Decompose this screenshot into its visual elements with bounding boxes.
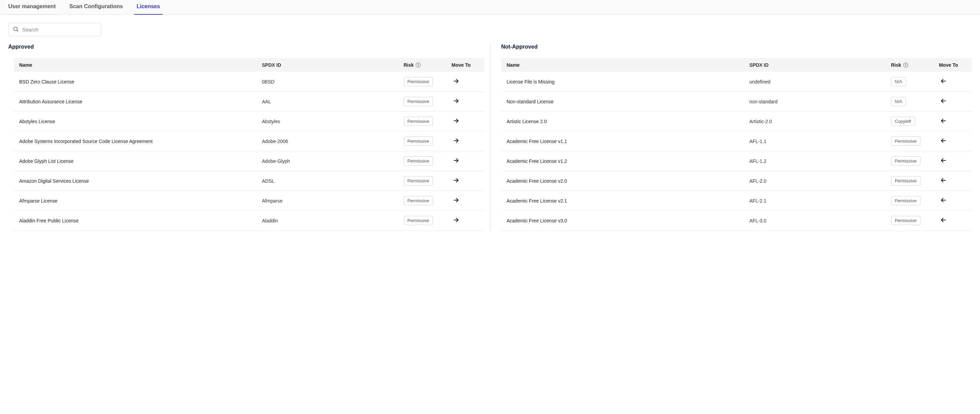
license-name: Adobe Systems Incorporated Source Code L… [19, 139, 262, 144]
license-spdx: undefined [749, 79, 891, 84]
move-to-not-approved-button[interactable] [452, 215, 461, 226]
approved-table: Name SPDX ID Risk i Move To BSD Zero Cla… [14, 58, 485, 231]
risk-badge: N/A [891, 97, 906, 106]
risk-badge: Permissive [404, 117, 433, 126]
table-row: Abstyles LicenseAbstylesPermissive [14, 111, 485, 131]
arrow-left-icon [940, 177, 947, 185]
tab-licenses[interactable]: Licenses [137, 0, 160, 14]
risk-badge: Permissive [404, 176, 433, 185]
col-header-name: Name [19, 62, 262, 68]
table-row: Amazon Digital Services LicenseADSLPermi… [14, 171, 485, 191]
move-cell [452, 136, 479, 146]
license-risk: Permissive [891, 156, 939, 166]
col-header-name: Name [507, 62, 750, 68]
move-cell [452, 215, 479, 226]
move-to-not-approved-button[interactable] [452, 176, 461, 186]
move-cell [939, 196, 966, 205]
risk-badge: Permissive [404, 216, 433, 225]
table-row: Non-standard Licensenon-standardN/A [501, 92, 972, 111]
move-to-approved-button[interactable] [939, 196, 948, 205]
license-name: Non-standard License [507, 99, 750, 104]
arrow-left-icon [940, 78, 947, 85]
table-row: Aladdin Free Public LicenseAladdinPermis… [14, 211, 485, 231]
col-header-risk: Risk i [891, 62, 939, 68]
move-cell [452, 196, 479, 205]
move-cell [452, 156, 479, 166]
col-header-risk-label: Risk [404, 62, 414, 68]
license-spdx: AFL-2.0 [749, 178, 891, 184]
risk-badge: Permissive [891, 196, 920, 205]
license-spdx: Aladdin [262, 218, 404, 223]
move-to-approved-button[interactable] [939, 97, 948, 107]
license-risk: Permissive [404, 137, 452, 146]
svg-line-1 [17, 30, 18, 31]
move-to-approved-button[interactable] [939, 136, 948, 146]
search-box[interactable] [8, 23, 101, 36]
license-risk: Permissive [404, 77, 452, 86]
license-spdx: Adobe-Glyph [262, 158, 404, 164]
table-row: Academic Free License v2.1AFL-2.1Permiss… [501, 191, 972, 211]
arrow-left-icon [940, 197, 947, 204]
arrow-right-icon [453, 118, 459, 125]
move-to-not-approved-button[interactable] [452, 196, 461, 205]
license-risk: N/A [891, 77, 939, 86]
move-to-not-approved-button[interactable] [452, 116, 461, 126]
license-risk: Permissive [891, 176, 939, 185]
license-risk: Permissive [891, 216, 939, 225]
license-risk: Permissive [404, 176, 452, 185]
table-row: License File is MissingundefinedN/A [501, 72, 972, 92]
table-row: Adobe Systems Incorporated Source Code L… [14, 131, 485, 151]
move-cell [452, 176, 479, 186]
move-to-approved-button[interactable] [939, 156, 948, 166]
risk-badge: Copyleft [891, 117, 915, 126]
license-name: Amazon Digital Services License [19, 178, 262, 184]
search-input[interactable] [22, 27, 97, 32]
col-header-move: Move To [939, 62, 966, 68]
info-icon[interactable]: i [904, 63, 908, 67]
license-name: Attribution Assurance License [19, 99, 262, 104]
arrow-left-icon [940, 118, 947, 125]
license-name: Academic Free License v2.1 [507, 198, 750, 204]
move-to-approved-button[interactable] [939, 76, 948, 86]
license-risk: Permissive [404, 196, 452, 205]
not-approved-table-header: Name SPDX ID Risk i Move To [501, 58, 972, 72]
move-to-not-approved-button[interactable] [452, 76, 461, 86]
table-row: Academic Free License v3.0AFL-3.0Permiss… [501, 211, 972, 231]
license-name: Academic Free License v1.2 [507, 158, 750, 164]
risk-badge: Permissive [891, 137, 920, 146]
license-risk: Permissive [404, 117, 452, 126]
move-to-approved-button[interactable] [939, 176, 948, 186]
table-row: Artistic License 2.0Artistic-2.0Copyleft [501, 111, 972, 131]
license-spdx: AAL [262, 99, 404, 104]
info-icon[interactable]: i [416, 63, 420, 67]
risk-badge: Permissive [404, 77, 433, 86]
risk-badge: Permissive [891, 216, 920, 225]
move-to-not-approved-button[interactable] [452, 97, 461, 107]
license-name: Abstyles License [19, 119, 262, 124]
arrow-left-icon [940, 98, 947, 105]
tab-scan-configurations[interactable]: Scan Configurations [70, 0, 123, 14]
arrow-right-icon [453, 158, 459, 165]
arrow-left-icon [940, 137, 947, 145]
arrow-right-icon [453, 197, 459, 204]
table-row: Afmparse LicenseAfmparsePermissive [14, 191, 485, 211]
move-to-approved-button[interactable] [939, 116, 948, 126]
table-row: Academic Free License v1.1AFL-1.1Permiss… [501, 131, 972, 151]
move-to-not-approved-button[interactable] [452, 136, 461, 146]
move-cell [939, 136, 966, 146]
license-name: Academic Free License v3.0 [507, 218, 750, 223]
col-header-spdx: SPDX ID [262, 62, 404, 68]
move-to-not-approved-button[interactable] [452, 156, 461, 166]
license-name: Afmparse License [19, 198, 262, 204]
approved-title: Approved [8, 44, 479, 50]
license-spdx: AFL-2.1 [749, 198, 891, 204]
move-to-approved-button[interactable] [939, 215, 948, 226]
license-risk: Permissive [404, 156, 452, 166]
arrow-right-icon [453, 98, 459, 105]
move-cell [452, 97, 479, 107]
move-cell [939, 76, 966, 86]
tabs-bar: User managementScan ConfigurationsLicens… [0, 0, 980, 15]
tab-user-management[interactable]: User management [8, 0, 56, 14]
license-spdx: AFL-1.1 [749, 139, 891, 144]
license-spdx: AFL-1.2 [749, 158, 891, 164]
